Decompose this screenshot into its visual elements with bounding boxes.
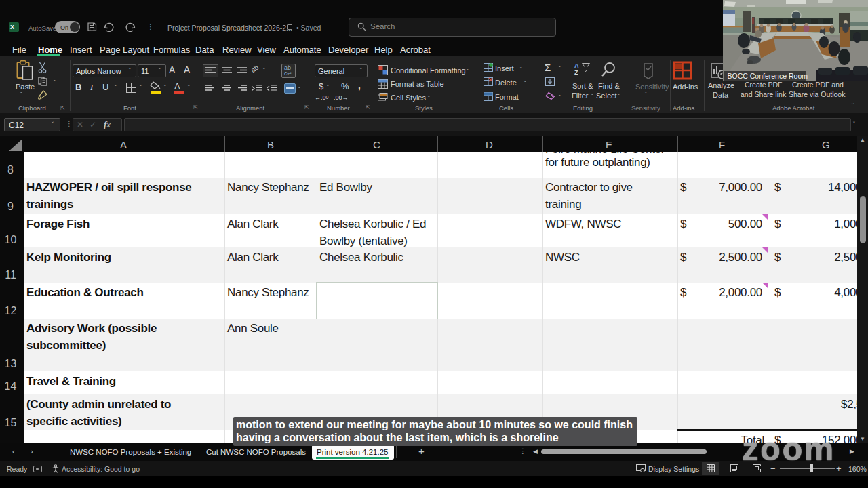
svg-text:BOCC Conference Room: BOCC Conference Room [728, 72, 808, 80]
